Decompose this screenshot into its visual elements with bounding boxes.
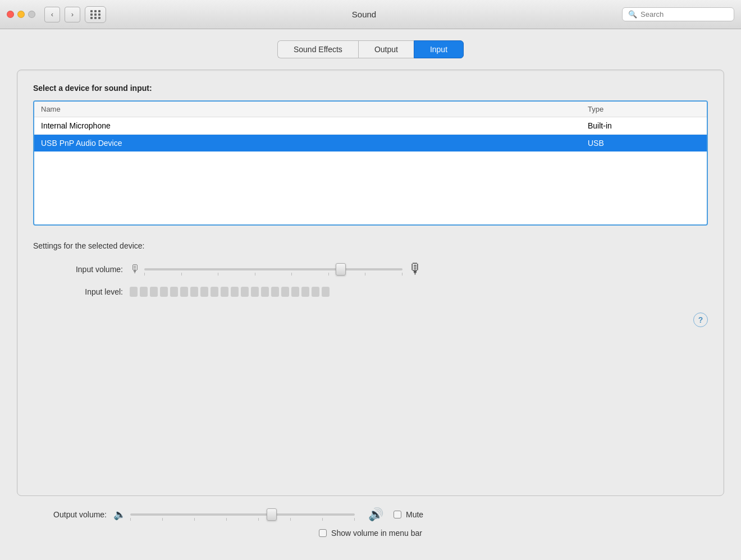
- help-button[interactable]: ?: [693, 313, 708, 327]
- device-type: USB: [588, 139, 700, 148]
- mute-label: Mute: [406, 510, 423, 519]
- tab-output[interactable]: Output: [358, 40, 414, 58]
- device-name: Internal Microphone: [41, 121, 588, 130]
- settings-section: Settings for the selected device: Input …: [33, 241, 708, 306]
- maximize-button[interactable]: [28, 11, 35, 18]
- table-empty-area: [34, 152, 707, 224]
- close-button[interactable]: [7, 11, 14, 18]
- mute-checkbox-area: Mute: [394, 510, 423, 519]
- search-box[interactable]: 🔍: [622, 7, 734, 21]
- level-bar: [130, 287, 138, 297]
- speaker-small-icon: 🔈: [113, 508, 126, 521]
- level-bar: [241, 287, 249, 297]
- tab-sound-effects[interactable]: Sound Effects: [277, 40, 358, 58]
- show-volume-label: Show volume in menu bar: [331, 529, 422, 538]
- input-volume-track[interactable]: [144, 268, 402, 270]
- level-bar: [301, 287, 309, 297]
- device-table: Name Type Internal Microphone Built-in U…: [33, 100, 708, 226]
- input-volume-row: Input volume: 🎙: [33, 260, 708, 278]
- panel: Select a device for sound input: Name Ty…: [17, 70, 724, 496]
- input-volume-label: Input volume:: [33, 265, 123, 274]
- level-bar: [322, 287, 330, 297]
- output-volume-label: Output volume:: [17, 510, 107, 519]
- mute-checkbox[interactable]: [394, 511, 401, 518]
- level-bar: [211, 287, 218, 297]
- level-bar: [160, 287, 168, 297]
- help-btn-row: ?: [33, 313, 708, 327]
- settings-title: Settings for the selected device:: [33, 241, 708, 250]
- grid-view-button[interactable]: [85, 6, 106, 23]
- output-volume-row: Output volume: 🔈: [17, 507, 724, 522]
- col-type-header: Type: [588, 105, 700, 113]
- tab-input[interactable]: Input: [414, 40, 464, 58]
- minimize-button[interactable]: [17, 11, 25, 18]
- level-bar: [261, 287, 269, 297]
- input-level-row: Input level:: [33, 287, 708, 297]
- input-level-label: Input level:: [33, 287, 123, 296]
- titlebar: ‹ › Sound 🔍: [0, 0, 741, 29]
- level-bar: [190, 287, 198, 297]
- device-section-title: Select a device for sound input:: [33, 84, 708, 93]
- window-title: Sound: [111, 10, 618, 19]
- search-icon: 🔍: [628, 10, 637, 19]
- microphone-large-icon: 🎙: [408, 260, 423, 278]
- table-header: Name Type: [34, 102, 707, 117]
- level-bar: [180, 287, 188, 297]
- level-bar: [221, 287, 228, 297]
- speaker-large-icon: 🔊: [368, 507, 383, 522]
- level-bar: [200, 287, 208, 297]
- output-volume-thumb[interactable]: [267, 508, 277, 521]
- col-name-header: Name: [41, 105, 588, 113]
- input-volume-slider-container: [144, 268, 402, 270]
- microphone-small-icon: 🎙: [130, 263, 141, 276]
- search-input[interactable]: [641, 10, 728, 19]
- show-volume-checkbox[interactable]: [319, 529, 327, 537]
- table-row-selected[interactable]: USB PnP Audio Device USB: [34, 135, 707, 152]
- forward-button[interactable]: ›: [65, 7, 80, 22]
- level-bar: [150, 287, 158, 297]
- back-button[interactable]: ‹: [44, 7, 60, 22]
- device-name: USB PnP Audio Device: [41, 139, 588, 148]
- level-bar: [140, 287, 148, 297]
- bottom-bar: Output volume: 🔈: [17, 507, 724, 543]
- show-volume-row: Show volume in menu bar: [17, 529, 724, 543]
- traffic-lights: [7, 11, 35, 18]
- level-bar: [281, 287, 289, 297]
- level-bar: [291, 287, 299, 297]
- main-content: Sound Effects Output Input Select a devi…: [0, 29, 741, 560]
- table-row[interactable]: Internal Microphone Built-in: [34, 117, 707, 135]
- tabs-container: Sound Effects Output Input: [17, 40, 724, 58]
- device-type: Built-in: [588, 121, 700, 130]
- level-bar: [271, 287, 279, 297]
- input-level-bars: [130, 287, 330, 297]
- level-bar: [170, 287, 178, 297]
- level-bar: [251, 287, 259, 297]
- level-bar: [231, 287, 239, 297]
- output-volume-slider-container: [130, 513, 355, 516]
- level-bar: [312, 287, 319, 297]
- grid-icon: [90, 10, 101, 19]
- input-volume-thumb[interactable]: [336, 263, 346, 276]
